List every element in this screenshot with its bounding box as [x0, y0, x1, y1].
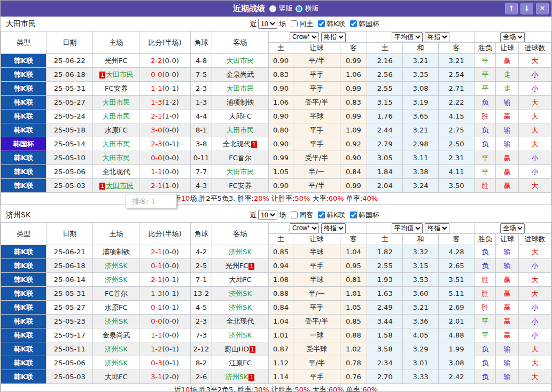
- team-link[interactable]: 蔚山HD: [224, 345, 249, 353]
- home-team-cell[interactable]: 光州FC: [93, 54, 139, 68]
- match-count-select[interactable]: 10: [258, 19, 277, 29]
- team-link[interactable]: 全北现代: [227, 317, 254, 325]
- away-team-cell[interactable]: 济州SK: [212, 328, 268, 342]
- home-team-cell[interactable]: 大田市民: [93, 109, 139, 123]
- avg-primary-select[interactable]: 平均值: [392, 32, 423, 42]
- team-link[interactable]: 水原FC: [105, 126, 128, 134]
- team-link[interactable]: 大田市民: [227, 57, 254, 65]
- odds-final-select[interactable]: 终指: [321, 223, 346, 233]
- team-link[interactable]: 金泉尚武: [227, 70, 254, 79]
- home-team-cell[interactable]: 大田市民: [93, 96, 139, 109]
- team-link[interactable]: 济州SK: [105, 262, 128, 270]
- cup-filter-checkbox[interactable]: [350, 20, 357, 27]
- team-link[interactable]: 大田市民: [227, 168, 254, 176]
- away-team-cell[interactable]: 大邱FC: [212, 109, 268, 123]
- team-link[interactable]: 大田市民: [106, 182, 134, 190]
- same-venue-label[interactable]: 同主: [299, 19, 313, 29]
- cup-filter-label[interactable]: 韩国杯: [359, 19, 379, 29]
- same-venue-checkbox[interactable]: [291, 20, 298, 27]
- team-link[interactable]: 江原FC: [229, 359, 252, 367]
- avg-primary-select[interactable]: 平均值: [392, 223, 423, 233]
- close-button[interactable]: ✕: [536, 3, 549, 14]
- home-team-cell[interactable]: 大田市民: [93, 151, 139, 165]
- same-venue-checkbox[interactable]: [291, 211, 298, 218]
- team-link[interactable]: 大田市民: [102, 98, 130, 106]
- away-team-cell[interactable]: 大邱FC: [212, 273, 268, 287]
- away-team-cell[interactable]: 金泉尚武: [212, 68, 268, 82]
- odds-final-select[interactable]: 终指: [321, 32, 346, 42]
- team-link[interactable]: 济州SK: [105, 276, 128, 284]
- home-team-cell[interactable]: 金泉尚武: [93, 328, 139, 342]
- league-filter-checkbox[interactable]: [318, 20, 325, 27]
- team-link[interactable]: 光州FC: [226, 262, 248, 270]
- team-link[interactable]: 大邱FC: [105, 373, 128, 381]
- team-link[interactable]: 济州SK: [229, 248, 252, 256]
- team-link[interactable]: 大田市民: [227, 126, 254, 134]
- home-team-cell[interactable]: 济州SK: [93, 315, 139, 328]
- team-link[interactable]: 光州FC: [105, 57, 128, 65]
- home-team-cell[interactable]: 全北现代: [93, 165, 139, 179]
- away-team-cell[interactable]: 浦项制铁: [212, 96, 268, 109]
- league-filter-label[interactable]: 韩K联: [326, 210, 345, 220]
- team-link[interactable]: 全北现代: [102, 168, 130, 176]
- home-team-cell[interactable]: 水原FC: [93, 123, 139, 137]
- match-scope-select[interactable]: 全场: [500, 223, 525, 233]
- team-link[interactable]: 济州SK: [229, 303, 252, 311]
- team-link[interactable]: 金泉尚武: [102, 331, 130, 339]
- team-link[interactable]: 大田市民: [102, 140, 130, 148]
- away-team-cell[interactable]: 济州SK: [212, 245, 268, 259]
- away-team-cell[interactable]: 大田市民: [212, 165, 268, 179]
- team-link[interactable]: 济州SK: [105, 317, 128, 325]
- horizontal-layout-radio[interactable]: [296, 5, 302, 12]
- home-team-cell[interactable]: 浦项制铁: [93, 245, 139, 259]
- vertical-layout-radio[interactable]: [269, 5, 276, 12]
- team-link[interactable]: 大田市民: [106, 70, 134, 79]
- team-link[interactable]: FC安养: [229, 182, 252, 190]
- league-filter-checkbox[interactable]: [318, 211, 325, 218]
- cup-filter-label[interactable]: 韩国杯: [359, 210, 379, 220]
- team-link[interactable]: 济州SK: [105, 345, 128, 353]
- team-link[interactable]: FC首尔: [105, 289, 128, 297]
- away-team-cell[interactable]: 蔚山HD1: [212, 342, 268, 356]
- team-link[interactable]: 水原FC: [105, 303, 128, 311]
- away-team-cell[interactable]: 大田市民: [212, 82, 268, 96]
- odds-company-select[interactable]: Crow*: [290, 223, 319, 233]
- away-team-cell[interactable]: 济州SK: [212, 287, 268, 301]
- match-scope-select[interactable]: 全场: [500, 32, 525, 42]
- team-link[interactable]: 济州SK: [229, 331, 252, 339]
- move-up-button[interactable]: ↑: [505, 3, 518, 14]
- home-team-cell[interactable]: 济州SK: [93, 356, 139, 370]
- horizontal-layout-label[interactable]: 横版: [305, 4, 319, 13]
- team-link[interactable]: 济州SK: [226, 373, 248, 381]
- avg-final-select[interactable]: 终指: [425, 223, 449, 233]
- away-team-cell[interactable]: 江原FC: [212, 356, 268, 370]
- away-team-cell[interactable]: 大田市民: [212, 54, 268, 68]
- avg-final-select[interactable]: 终指: [425, 32, 449, 42]
- home-team-cell[interactable]: FC安养: [93, 82, 139, 96]
- team-link[interactable]: 大田市民: [227, 84, 254, 92]
- team-link[interactable]: 济州SK: [229, 289, 252, 297]
- move-down-button[interactable]: ↓: [520, 3, 533, 14]
- vertical-layout-label[interactable]: 竖版: [279, 4, 293, 13]
- team-link[interactable]: FC首尔: [229, 154, 252, 162]
- team-link[interactable]: 大邱FC: [229, 112, 252, 120]
- home-team-cell[interactable]: 大田市民: [93, 137, 139, 151]
- team-link[interactable]: 全北现代: [223, 140, 251, 148]
- home-team-cell[interactable]: 济州SK: [93, 342, 139, 356]
- home-team-cell[interactable]: 济州SK: [93, 259, 139, 273]
- same-venue-label[interactable]: 同客: [299, 210, 313, 220]
- team-link[interactable]: 济州SK: [105, 359, 128, 367]
- away-team-cell[interactable]: 大田市民: [212, 123, 268, 137]
- home-team-cell[interactable]: 大邱FC: [93, 370, 139, 384]
- away-team-cell[interactable]: 济州SK: [212, 301, 268, 315]
- odds-company-select[interactable]: Crow*: [290, 32, 319, 42]
- home-team-cell[interactable]: 1大田市民: [93, 179, 139, 193]
- away-team-cell[interactable]: 全北现代: [212, 315, 268, 328]
- team-link[interactable]: 大邱FC: [229, 276, 252, 284]
- team-link[interactable]: 浦项制铁: [102, 248, 130, 256]
- team-link[interactable]: 大田市民: [102, 112, 130, 120]
- away-team-cell[interactable]: 济州SK1: [212, 370, 268, 384]
- away-team-cell[interactable]: 全北现代1: [212, 137, 268, 151]
- away-team-cell[interactable]: FC安养: [212, 179, 268, 193]
- away-team-cell[interactable]: FC首尔: [212, 151, 268, 165]
